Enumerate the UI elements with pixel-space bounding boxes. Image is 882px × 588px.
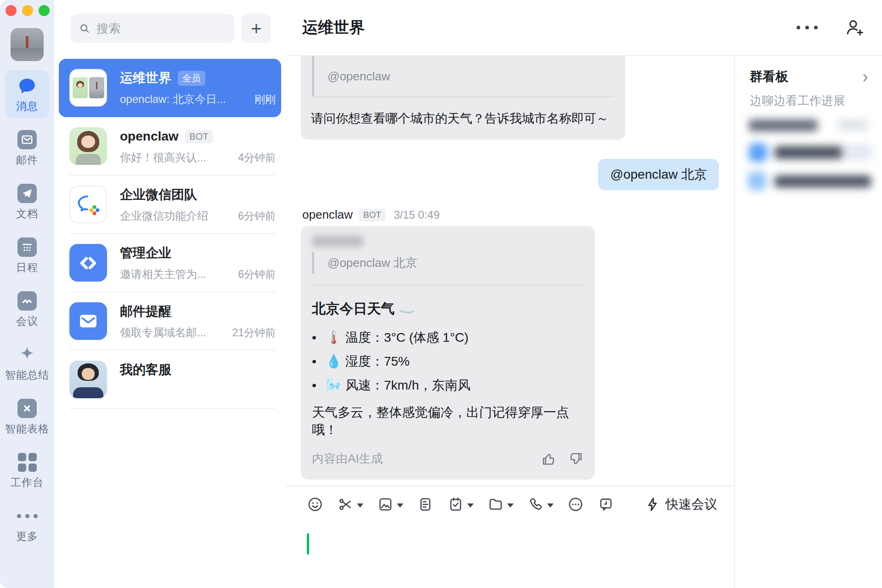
weather-bullet-temperature: •🌡️ 温度：3°C (体感 1°C) (312, 326, 584, 350)
dropdown-arrow-icon (547, 503, 554, 508)
chat-list-item-my-service[interactable]: 我的客服 (54, 351, 286, 409)
sidebar-item-docs[interactable]: 文档 (5, 178, 49, 226)
thumbs-down-button[interactable] (568, 451, 584, 467)
user-avatar[interactable] (11, 28, 44, 61)
image-button[interactable] (377, 496, 403, 513)
thumbs-up-icon (541, 451, 556, 467)
scissors-icon (337, 496, 354, 513)
add-member-button[interactable] (842, 15, 866, 40)
sidebar-item-meetings[interactable]: 会议 (5, 285, 49, 333)
folder-button[interactable] (487, 496, 514, 513)
sent-message-bubble: @openclaw 北京 (598, 159, 719, 190)
lightning-icon (645, 496, 661, 513)
chat-list-item-mail-alert[interactable]: 邮件提醒 领取专属域名邮... 21分钟前 (54, 292, 286, 351)
call-button[interactable] (527, 496, 554, 513)
dropdown-arrow-icon (507, 503, 514, 508)
quote-divider (312, 285, 584, 286)
ai-generated-label: 内容由AI生成 (312, 451, 383, 467)
person-add-icon (844, 18, 864, 37)
chevron-right-icon[interactable]: › (861, 70, 869, 84)
sidebar-item-label: 日程 (16, 260, 38, 275)
weather-bullet-humidity: •💧 湿度：75% (312, 350, 584, 373)
sidebar-item-messages[interactable]: 消息 (5, 70, 49, 118)
file-button[interactable] (417, 496, 434, 513)
quote-text: @openclaw (328, 69, 390, 84)
chat-name: 管理企业 (120, 244, 171, 262)
group-board-title: 群看板 (750, 68, 788, 85)
sidebar-item-workbench[interactable]: 工作台 (5, 447, 49, 494)
dropdown-arrow-icon (357, 503, 363, 508)
close-button[interactable] (6, 5, 17, 16)
sidebar-item-label: 工作台 (11, 475, 44, 490)
message-input[interactable] (286, 522, 734, 588)
weather-title: 北京今日天气 ☁️ (312, 300, 584, 318)
folder-icon (487, 496, 504, 513)
more-options-button[interactable] (794, 23, 842, 32)
emoji-button[interactable] (307, 496, 323, 513)
composer-toolbar: 快速会议 (286, 486, 734, 522)
search-input-wrapper[interactable] (71, 14, 234, 43)
sidebar-item-smart-summary[interactable]: 智能总结 (5, 339, 49, 387)
weather-message-card: @openclaw 北京 北京今日天气 ☁️ •🌡️ 温度：3°C (体感 1°… (301, 226, 595, 480)
clipboard-check-icon (447, 496, 464, 513)
chat-time: 21分钟前 (232, 326, 276, 340)
all-members-badge: 全员 (178, 71, 205, 86)
image-icon (377, 496, 394, 513)
sidebar-item-label: 文档 (16, 207, 38, 221)
zoom-button[interactable] (39, 5, 50, 16)
thumbs-down-icon (568, 451, 584, 467)
screenshot-button[interactable] (337, 496, 363, 513)
manage-company-avatar (69, 244, 107, 282)
chat-preview: 你好！很高兴认... (120, 150, 206, 165)
group-board-panel: 群看板 › 边聊边看工作进展 (734, 56, 882, 588)
redacted-sender-name (312, 235, 363, 247)
chat-history-button[interactable] (598, 496, 614, 513)
group-avatar (69, 69, 107, 107)
chat-name: 邮件提醒 (120, 303, 171, 320)
phone-icon (527, 496, 544, 513)
chat-list-header: + (54, 0, 286, 59)
chat-history-icon (598, 496, 614, 513)
todo-button[interactable] (447, 496, 474, 513)
bot-message-bubble: @openclaw 请问你想查看哪个城市的天气？告诉我城市名称即可～ (301, 56, 625, 140)
chat-list-item-yunwei[interactable]: 运维世界 全员 openclaw: 北京今日... 刚刚 (59, 59, 281, 117)
wecom-logo-avatar (69, 186, 107, 223)
search-input[interactable] (96, 21, 226, 36)
chat-list-item-manage[interactable]: 管理企业 邀请相关主管为... 6分钟前 (54, 234, 286, 292)
thumbs-up-button[interactable] (541, 451, 556, 467)
cross-arrows-icon (17, 399, 37, 418)
chat-time: 刚刚 (254, 92, 276, 107)
message-timestamp: 3/15 0:49 (394, 209, 440, 221)
chat-time: 6分钟前 (238, 209, 276, 223)
envelope-icon (17, 130, 37, 149)
sidebar-item-more[interactable]: 更多 (5, 500, 49, 548)
new-chat-button[interactable]: + (242, 14, 271, 43)
sidebar-item-smart-sheets[interactable]: 智能表格 (5, 393, 49, 441)
minimize-button[interactable] (22, 5, 33, 16)
sidebar-item-label: 智能总结 (5, 368, 49, 382)
text-caret (307, 533, 309, 554)
chat-list-panel: + 运维世界 全员 openclaw: 北京今日... 刚刚 openclaw (54, 0, 286, 588)
chat-list-item-wecom-team[interactable]: 企业微信团队 企业微信功能介绍 6分钟前 (54, 175, 286, 234)
chat-list-item-openclaw[interactable]: openclaw BOT 你好！很高兴认... 4分钟前 (54, 117, 286, 175)
sidebar-item-label: 智能表格 (5, 422, 49, 436)
search-icon (79, 22, 90, 35)
app-window: 消息 邮件 文档 日程 会议 (0, 0, 882, 588)
message-list[interactable]: @openclaw 请问你想查看哪个城市的天气？告诉我城市名称即可～ @open… (286, 56, 734, 486)
sidebar-item-mail[interactable]: 邮件 (5, 124, 49, 172)
sidebar-item-label: 消息 (16, 99, 38, 113)
more-tools-button[interactable] (567, 496, 584, 513)
bot-badge: BOT (359, 209, 385, 221)
sender-name: openclaw (302, 208, 353, 222)
sidebar-item-calendar[interactable]: 日程 (5, 232, 49, 279)
chat-preview: 邀请相关主管为... (120, 267, 206, 282)
more-circle-icon (567, 496, 584, 513)
emoji-icon (307, 496, 323, 513)
sparkle-icon (17, 345, 38, 364)
ellipsis-icon (17, 506, 38, 526)
group-board-subtitle: 边聊边看工作进展 (750, 93, 869, 109)
chat-name: 运维世界 (120, 69, 171, 87)
chat-header: 运维世界 (286, 0, 882, 56)
service-avatar (69, 361, 107, 398)
quick-meeting-button[interactable]: 快速会议 (645, 496, 717, 513)
